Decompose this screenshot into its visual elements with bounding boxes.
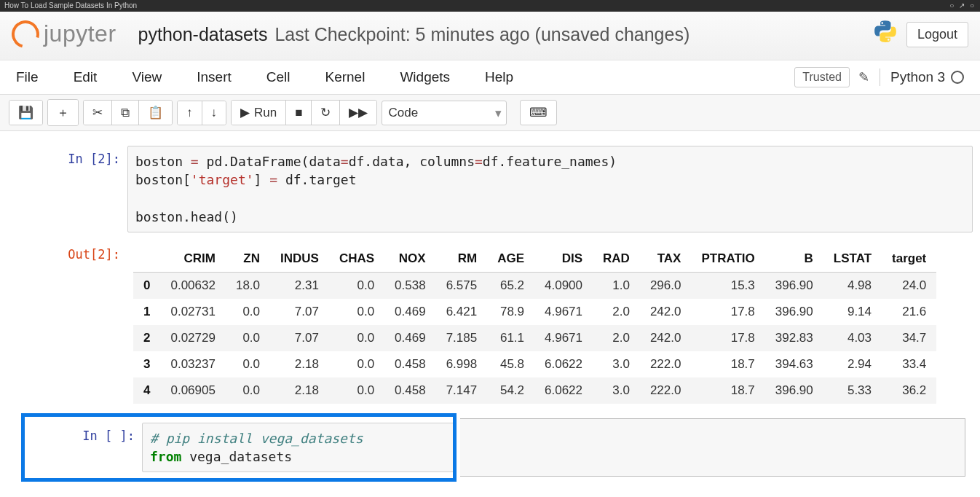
code-cell[interactable]: In [2]: boston = pd.DataFrame(data=df.da… <box>7 146 973 232</box>
browser-tab-bar: How To Load Sample Datasets In Python ○ … <box>0 0 980 12</box>
run-button[interactable]: ▶Run <box>232 101 286 125</box>
paste-button[interactable]: 📋 <box>139 101 172 125</box>
table-row-index: 0 <box>133 272 160 299</box>
table-cell: 34.7 <box>882 325 936 351</box>
menu-cell[interactable]: Cell <box>266 69 291 85</box>
table-cell: 7.185 <box>436 325 488 351</box>
save-button[interactable]: 💾 <box>9 101 42 125</box>
table-cell: 396.90 <box>765 377 823 404</box>
keyboard-icon: ⌨ <box>529 106 548 120</box>
table-cell: 7.07 <box>270 325 329 351</box>
command-palette-button[interactable]: ⌨ <box>520 100 557 125</box>
jupyter-logo[interactable]: jupyter <box>12 20 116 48</box>
move-up-button[interactable]: ↑ <box>178 101 202 125</box>
kernel-name[interactable]: Python 3 <box>890 69 945 85</box>
menu-edit[interactable]: Edit <box>74 69 98 85</box>
code-input-area[interactable]: # pip install vega_datasets from vega_da… <box>142 423 456 472</box>
table-row-index: 4 <box>133 377 160 404</box>
table-cell: 2.18 <box>270 377 329 404</box>
menu-view[interactable]: View <box>132 69 162 85</box>
table-column-header: RM <box>436 246 488 273</box>
table-cell: 18.0 <box>226 272 270 299</box>
table-column-header: RAD <box>593 246 640 273</box>
table-column-header: CHAS <box>329 246 384 273</box>
table-cell: 6.575 <box>436 272 488 299</box>
menu-help[interactable]: Help <box>485 69 513 85</box>
stop-icon: ■ <box>295 106 302 120</box>
notebook-name[interactable]: python-datasets <box>138 24 268 45</box>
fast-forward-icon: ▶▶ <box>349 105 368 120</box>
table-cell: 0.0 <box>329 351 384 377</box>
edit-icon[interactable]: ✎ <box>858 69 869 85</box>
notebook-header: jupyter python-datasets Last Checkpoint:… <box>0 12 980 60</box>
code-cell-active[interactable]: In [ ]: # pip install vega_datasets from… <box>22 414 456 481</box>
cut-button[interactable]: ✂ <box>84 101 112 125</box>
menu-insert[interactable]: Insert <box>197 69 232 85</box>
table-cell: 6.421 <box>436 299 488 325</box>
table-cell: 4.03 <box>823 325 882 351</box>
table-cell: 3.0 <box>593 351 640 377</box>
table-cell: 61.1 <box>487 325 534 351</box>
table-cell: 222.0 <box>640 377 692 404</box>
table-cell: 0.0 <box>329 325 384 351</box>
table-cell: 242.0 <box>640 325 692 351</box>
dataframe-table: CRIMZNINDUSCHASNOXRMAGEDISRADTAXPTRATIOB… <box>133 246 936 404</box>
table-cell: 33.4 <box>882 351 936 377</box>
table-cell: 2.94 <box>823 351 882 377</box>
kernel-status-icon <box>951 71 964 84</box>
logout-button[interactable]: Logout <box>906 22 968 47</box>
table-column-header: LSTAT <box>823 246 882 273</box>
table-cell: 0.0 <box>226 377 270 404</box>
table-row: 10.027310.07.070.00.4696.42178.94.96712.… <box>133 299 936 325</box>
output-area: CRIMZNINDUSCHASNOXRMAGEDISRADTAXPTRATIOB… <box>127 241 973 405</box>
table-cell: 0.03237 <box>160 351 225 377</box>
table-cell: 4.9671 <box>534 299 593 325</box>
table-row: 30.032370.02.180.00.4586.99845.86.06223.… <box>133 351 936 377</box>
menu-kernel[interactable]: Kernel <box>325 69 365 85</box>
arrow-down-icon: ↓ <box>211 106 218 120</box>
table-cell: 7.07 <box>270 299 329 325</box>
table-cell: 392.83 <box>765 325 823 351</box>
input-prompt: In [ ]: <box>22 423 142 472</box>
active-cell-container: In [ ]: # pip install vega_datasets from… <box>7 414 973 481</box>
copy-icon: ⧉ <box>121 106 130 120</box>
menu-widgets[interactable]: Widgets <box>400 69 450 85</box>
cut-icon: ✂ <box>92 105 103 120</box>
restart-button[interactable]: ↻ <box>312 101 340 125</box>
table-cell: 4.9671 <box>534 325 593 351</box>
table-row-index: 1 <box>133 299 160 325</box>
table-cell: 0.469 <box>384 325 436 351</box>
table-cell: 0.06905 <box>160 377 225 404</box>
restart-run-all-button[interactable]: ▶▶ <box>340 101 376 125</box>
insert-cell-button[interactable]: ＋ <box>48 100 78 125</box>
table-cell: 0.0 <box>329 377 384 404</box>
table-cell: 0.458 <box>384 351 436 377</box>
play-icon: ▶ <box>240 105 250 120</box>
table-cell: 2.0 <box>593 299 640 325</box>
table-cell: 17.8 <box>691 325 764 351</box>
table-cell: 21.6 <box>882 299 936 325</box>
table-column-header: NOX <box>384 246 436 273</box>
menu-file[interactable]: File <box>16 69 39 85</box>
table-row: 20.027290.07.070.00.4697.18561.14.96712.… <box>133 325 936 351</box>
trusted-indicator[interactable]: Trusted <box>794 67 850 87</box>
copy-button[interactable]: ⧉ <box>112 101 139 125</box>
table-cell: 18.7 <box>691 377 764 404</box>
table-cell: 65.2 <box>487 272 534 299</box>
table-column-header: INDUS <box>270 246 329 273</box>
notebook-container: In [2]: boston = pd.DataFrame(data=df.da… <box>0 131 980 497</box>
jupyter-logo-icon <box>7 15 44 53</box>
menubar: File Edit View Insert Cell Kernel Widget… <box>0 60 980 95</box>
table-cell: 0.02731 <box>160 299 225 325</box>
move-down-button[interactable]: ↓ <box>202 101 226 125</box>
interrupt-button[interactable]: ■ <box>286 101 312 125</box>
window-controls-icon: ○ ↗ ○ <box>949 1 976 10</box>
table-cell: 0.0 <box>226 351 270 377</box>
table-cell: 0.0 <box>226 299 270 325</box>
code-input-area[interactable]: boston = pd.DataFrame(data=df.data, colu… <box>127 146 973 232</box>
table-cell: 7.147 <box>436 377 488 404</box>
browser-tab-title: How To Load Sample Datasets In Python <box>4 1 137 10</box>
output-prompt: Out[2]: <box>7 241 127 405</box>
cell-type-select[interactable]: Code <box>382 101 507 125</box>
python-logo-icon <box>873 19 898 50</box>
